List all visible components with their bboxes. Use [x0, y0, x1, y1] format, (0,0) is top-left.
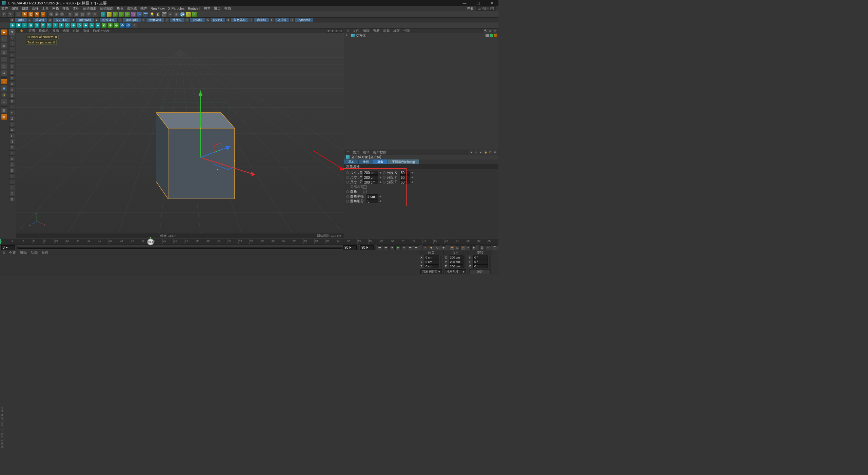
om-object-row[interactable]: └ 立方体 [346, 33, 497, 38]
seg-z-input[interactable]: 50 [400, 180, 410, 184]
size-x-input[interactable]: 200 cm [363, 171, 378, 175]
subdiv-button[interactable]: ◎ [119, 12, 124, 17]
maximize-button[interactable]: ▢ [471, 1, 485, 5]
field-icon[interactable]: ƒ [270, 18, 274, 22]
param-dot[interactable] [383, 176, 386, 179]
mode-icon[interactable]: ◪ [9, 116, 15, 121]
param-dot[interactable] [346, 200, 349, 203]
mode-icon[interactable]: ⊡ [9, 162, 15, 167]
spinner[interactable] [374, 246, 376, 250]
effector-icon[interactable]: ✧ [53, 23, 58, 28]
spinner[interactable] [379, 194, 381, 198]
menu-motion-tracker[interactable]: 运动跟踪 [100, 6, 113, 11]
effector-icon[interactable]: ⬡ [47, 23, 52, 28]
menu-plugins[interactable]: 插件 [140, 6, 147, 11]
spinner[interactable] [440, 260, 442, 264]
mode-icon[interactable]: ⊞ [9, 145, 15, 150]
field-radial[interactable]: 径向域 [190, 18, 205, 22]
edge-mode-button[interactable]: ◫ [1, 63, 7, 69]
rot-h-input[interactable]: 0 ° [473, 255, 488, 260]
scale-tool-button[interactable]: ◱ [28, 12, 34, 17]
effector-icon[interactable]: ⬖ [71, 23, 76, 28]
move-tool-button[interactable]: ✥ [22, 12, 27, 17]
psr-button[interactable]: PSR0 [161, 12, 167, 17]
material-manager-body[interactable] [0, 255, 419, 276]
rec-rot-icon[interactable]: ↻ [460, 245, 465, 250]
timeline-ruler[interactable]: 02468 1012141618 2022242628 3032343638 4… [0, 239, 498, 244]
spinner[interactable] [357, 246, 359, 250]
menu-character[interactable]: 角色 [117, 6, 123, 11]
field-torus[interactable]: 圆环形域 [123, 18, 141, 22]
cursor-mode-icon[interactable]: ↖ [9, 35, 15, 40]
vp-rot-icon[interactable]: ↻ [335, 29, 338, 33]
vp-pan-icon[interactable]: ✥ [327, 29, 330, 33]
keyframe-button[interactable]: ◈ [441, 245, 446, 250]
end-frame-input-2[interactable]: 90 F [360, 245, 374, 250]
attr-menu-userdata[interactable]: 用户数据 [373, 150, 387, 155]
next-key-button[interactable]: ▸▸ [408, 245, 413, 250]
om-tree[interactable]: └ 立方体 [344, 33, 498, 150]
effector-icon[interactable]: ◑ [108, 23, 113, 28]
mode-icon[interactable]: ◱ [9, 179, 15, 185]
field-icon[interactable]: ◆ [48, 18, 52, 22]
attr-tab-phong[interactable]: 平滑着色(Phong) [388, 159, 419, 164]
fillet-radius-input[interactable]: 5 cm [367, 194, 378, 198]
size-mode-dropdown[interactable]: 绝对尺寸▾ [445, 269, 466, 274]
spinner[interactable] [464, 264, 466, 268]
field-shader[interactable]: 着色器域 [231, 18, 249, 22]
vp-menu-options[interactable]: 选项 [62, 28, 69, 33]
effector-icon[interactable]: ◇ [65, 23, 70, 28]
viewport-move-icon[interactable]: ✥ [19, 28, 24, 33]
mode-icon[interactable]: ▥ [9, 70, 15, 75]
menu-select[interactable]: 选择 [32, 6, 39, 11]
field-sound[interactable]: 声音域 [254, 18, 269, 22]
mode-icon[interactable]: ⊟ [9, 150, 15, 156]
param-dot[interactable] [346, 171, 349, 174]
prev-frame-button[interactable]: ◂ [389, 245, 395, 250]
mode-icon[interactable]: ◫ [9, 104, 15, 110]
attr-nav-fwd-icon[interactable]: ▸ [479, 150, 483, 154]
last-tool-button[interactable]: ✦ [40, 12, 46, 17]
size-x-input[interactable]: 200 cm [449, 255, 463, 260]
mm-menu-create[interactable]: 创建 [9, 250, 16, 255]
om-close-icon[interactable]: ✕ [493, 29, 497, 33]
fillet-subdiv-input[interactable]: 5 [367, 199, 378, 203]
timeline-playhead[interactable]: R4.4 [147, 239, 154, 245]
effector-icon[interactable]: ⬘ [90, 23, 94, 28]
field-linear[interactable]: 线性域 [170, 18, 184, 22]
om-object-name[interactable]: 立方体 [356, 33, 366, 38]
goto-end-button[interactable]: ⏭ [414, 245, 419, 250]
mode-icon[interactable]: ▩ [9, 98, 15, 104]
end-frame-input[interactable]: 90 F [343, 245, 357, 250]
spinner[interactable] [411, 175, 413, 179]
effector-icon[interactable]: ◓ [120, 23, 125, 28]
mm-menu-texture[interactable]: 纹理 [42, 250, 48, 255]
om-menu-tags[interactable]: 标签 [393, 28, 400, 33]
primitive-button[interactable]: ◈ [100, 12, 106, 17]
live-select-button[interactable]: ⬚ [16, 12, 21, 17]
field-formula[interactable]: 公式域 [275, 18, 289, 22]
workplane-button[interactable]: ▦ [1, 107, 7, 113]
param-dot[interactable] [383, 181, 386, 184]
visibility-tag[interactable] [486, 34, 489, 37]
mode-icon[interactable]: ▧ [9, 87, 15, 92]
vp-menu-camera[interactable]: 摄像机 [39, 28, 49, 33]
menu-mesh[interactable]: 网格 [52, 6, 59, 11]
array-button[interactable]: ⬢ [125, 12, 130, 17]
om-search-icon[interactable]: 🔍 [484, 29, 488, 33]
rec-pla-icon[interactable]: ◉ [471, 245, 476, 250]
field-icon[interactable]: ▲ [95, 18, 99, 22]
mm-menu-function[interactable]: 功能 [31, 250, 38, 255]
size-z-input[interactable]: 200 cm [449, 264, 463, 268]
render-region-button[interactable]: ▤ [80, 12, 85, 17]
vp-menu-panel[interactable]: 面板 [83, 28, 90, 33]
effector-icon[interactable]: ◒ [114, 23, 119, 28]
spinner[interactable] [489, 264, 491, 268]
prev-key-button[interactable]: ◂◂ [383, 245, 389, 250]
field-cylinder[interactable]: 圆柱体域 [76, 18, 94, 22]
keyframe-sel-button[interactable]: ◇ [435, 245, 440, 250]
coord-system-button[interactable]: ⊞ [67, 12, 73, 17]
field-icon[interactable]: ◉ [10, 18, 14, 22]
menu-create[interactable]: 创建 [22, 6, 28, 11]
lasso-icon[interactable]: ⌇ [9, 41, 15, 46]
